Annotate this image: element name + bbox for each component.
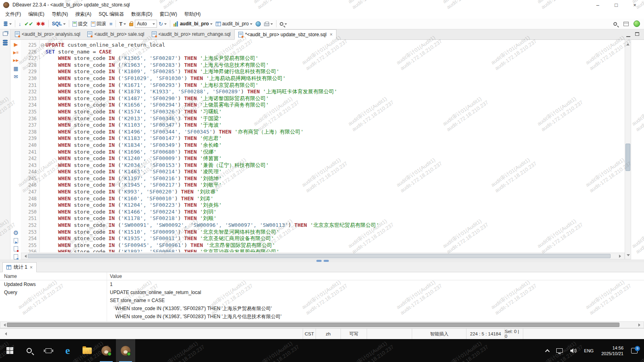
commit-mode-button[interactable]: ✔✔ — [23, 19, 35, 28]
sash-down-button[interactable] — [324, 260, 329, 262]
export-result-icon[interactable]: ✉ — [14, 74, 18, 79]
autocommit-combo[interactable]: Auto — [135, 20, 157, 28]
menu-item[interactable]: 文件(F) — [2, 10, 25, 19]
menu-item[interactable]: 导航(N) — [48, 10, 72, 19]
maximize-button[interactable]: □ — [607, 0, 625, 10]
line-number[interactable]: 240 — [21, 142, 39, 149]
line-number[interactable]: 232 — [21, 88, 39, 95]
line-number[interactable]: 229 — [21, 68, 39, 75]
start-button[interactable] — [0, 339, 19, 362]
editor-vertical-scrollbar[interactable] — [625, 40, 631, 259]
line-number[interactable]: 254 — [21, 235, 39, 242]
maximize-editor-icon[interactable] — [635, 32, 639, 36]
line-number[interactable]: 242 — [21, 155, 39, 162]
save-script-icon[interactable] — [14, 246, 18, 251]
line-number[interactable]: 246 — [21, 182, 39, 189]
line-number[interactable]: 237 — [21, 122, 39, 129]
editor-tab[interactable]: <audit_bi_pro> return_change.sql × — [148, 29, 234, 39]
minimize-editor-icon[interactable] — [626, 36, 630, 37]
statusbar-segment[interactable]: 224 : 5 : 14184 — [466, 329, 504, 339]
horizontal-scroll-thumb[interactable] — [28, 254, 611, 258]
stats-col-value[interactable]: Value — [107, 274, 644, 279]
stats-tab-close-icon[interactable]: × — [30, 265, 33, 270]
execute-new-tab-icon[interactable]: ▶▶ — [13, 58, 19, 63]
rollback-mode-button[interactable]: ✱✱ — [35, 19, 47, 28]
line-number[interactable]: 241 — [21, 149, 39, 156]
line-number[interactable]: 248 — [21, 195, 39, 202]
line-number[interactable]: 255 — [21, 242, 39, 249]
line-number[interactable]: 238 — [21, 129, 39, 136]
statusbar-segment[interactable]: Sel: 0 | 0 — [504, 329, 523, 339]
line-number[interactable]: 243 — [21, 162, 39, 169]
editor-tab[interactable]: <audit_bi_pro> sale.sql × — [84, 29, 148, 39]
sql-code-editor[interactable]: 225UPDATE custom_online_sale_return_loca… — [21, 40, 625, 252]
line-number[interactable]: 253 — [21, 229, 39, 236]
explain-plan-icon[interactable]: ▦ — [13, 66, 18, 71]
tray-volume-button[interactable] — [566, 339, 580, 362]
print-button[interactable] — [262, 19, 275, 28]
new-connection-button[interactable] — [2, 19, 13, 28]
minimize-button[interactable]: – — [588, 0, 607, 10]
toolbar-search-button[interactable] — [278, 19, 289, 28]
statusbar-back-icon[interactable] — [3, 332, 7, 335]
execute-statement-icon[interactable]: ▶ — [14, 42, 18, 47]
line-number[interactable]: 230 — [21, 75, 39, 82]
line-number[interactable]: 249 — [21, 202, 39, 209]
close-button[interactable]: × — [625, 0, 644, 10]
transaction-log-button[interactable]: ≡ — [108, 19, 114, 28]
app-button-2[interactable] — [116, 339, 135, 362]
status-orb-icon[interactable] — [634, 21, 640, 27]
menu-item[interactable]: 窗口(W) — [156, 10, 181, 19]
fetch-down-button[interactable]: ↓ — [17, 19, 23, 28]
menu-item[interactable]: SQL 编辑器 — [95, 10, 128, 19]
stats-row[interactable]: Query UPDATE custom_online_sale_return_l… — [0, 288, 644, 296]
line-number[interactable]: 227 — [21, 55, 39, 62]
statusbar-segment[interactable]: 可写 — [341, 329, 367, 339]
rollback-button[interactable]: 回滚 — [89, 19, 108, 28]
export-script-icon[interactable] — [14, 238, 18, 243]
tray-display-button[interactable] — [553, 339, 566, 362]
statusbar-segment[interactable]: zh — [316, 329, 341, 339]
menu-item[interactable]: 帮助(H) — [181, 10, 204, 19]
database-navigator-icon[interactable] — [3, 40, 8, 45]
vertical-scroll-thumb[interactable] — [625, 144, 630, 171]
taskbar-clock[interactable]: 14:56 2025/10/21 — [597, 345, 627, 356]
app-button-1[interactable] — [97, 339, 116, 362]
commit-button[interactable]: 提交 — [71, 19, 89, 28]
tab-close-icon[interactable]: × — [330, 32, 332, 37]
stats-row[interactable]: Updated Rows 1 — [0, 280, 644, 288]
line-number[interactable]: 226 — [21, 49, 39, 56]
file-explorer-button[interactable] — [77, 339, 97, 362]
taskbar-search-button[interactable] — [19, 339, 39, 362]
task-view-button[interactable] — [39, 339, 58, 362]
menu-item[interactable]: 编辑(E) — [25, 10, 48, 19]
tray-expand-button[interactable] — [542, 339, 553, 362]
editor-tab[interactable]: <audit_bi_pro> analysis.sql × — [11, 29, 84, 39]
execute-script-icon[interactable]: ▶≡ — [13, 50, 19, 55]
fold-collapse-icon[interactable] — [41, 43, 44, 47]
quick-search-button[interactable] — [612, 19, 619, 28]
sql-editor-button[interactable]: SQL — [50, 19, 67, 28]
language-indicator[interactable]: ENG — [580, 339, 597, 362]
stats-horizontal-scrollbar[interactable] — [0, 321, 644, 328]
line-number[interactable]: 244 — [21, 169, 39, 175]
sash-up-button[interactable] — [316, 260, 322, 262]
line-number[interactable]: 234 — [21, 102, 39, 109]
stats-col-name[interactable]: Name — [0, 274, 107, 279]
line-number[interactable]: 231 — [21, 82, 39, 89]
network-button[interactable] — [254, 19, 262, 28]
line-number[interactable]: 256 — [21, 249, 39, 252]
stats-row[interactable]: WHEN store_code IN ('K1305', 'SF00287') … — [0, 304, 644, 313]
line-number[interactable]: 236 — [21, 115, 39, 122]
line-number[interactable]: 225 — [21, 42, 39, 49]
connection-selector[interactable]: audit_bi_pro — [172, 19, 214, 28]
line-number[interactable]: 252 — [21, 222, 39, 229]
stats-row[interactable]: SET store_name = CASE — [0, 296, 644, 304]
refresh-button[interactable]: ↻ — [157, 19, 168, 28]
editor-horizontal-scrollbar[interactable] — [21, 253, 625, 259]
line-number[interactable]: 228 — [21, 62, 39, 69]
script-db-icon[interactable] — [14, 254, 18, 259]
menu-item[interactable]: 数据库(D) — [128, 10, 156, 19]
line-number[interactable]: 233 — [21, 95, 39, 102]
line-number[interactable]: 247 — [21, 189, 39, 195]
